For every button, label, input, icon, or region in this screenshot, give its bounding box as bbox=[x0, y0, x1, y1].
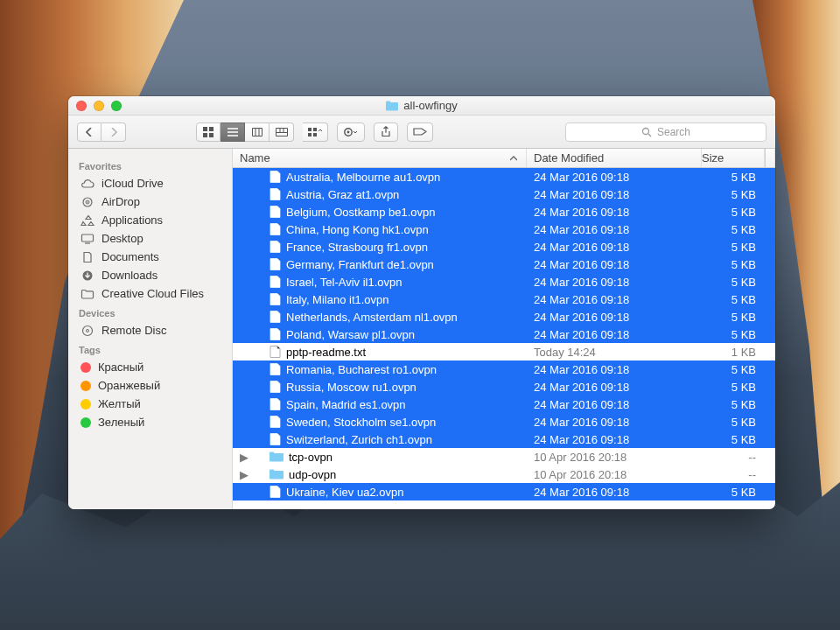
disclosure-triangle[interactable]: ▶ bbox=[240, 468, 248, 481]
arrange-button[interactable] bbox=[303, 122, 328, 142]
gear-icon bbox=[343, 127, 359, 137]
file-row[interactable]: Italy, Milano it1.ovpn 24 Mar 2016 09:18… bbox=[233, 290, 775, 308]
close-button[interactable] bbox=[76, 101, 87, 111]
file-date: 24 Mar 2016 09:18 bbox=[527, 223, 702, 236]
file-row[interactable]: Israel, Tel-Aviv il1.ovpn 24 Mar 2016 09… bbox=[233, 273, 775, 290]
folder-icon bbox=[270, 452, 284, 462]
sidebar-item-label: Remote Disc bbox=[102, 324, 166, 337]
share-button[interactable] bbox=[374, 122, 398, 142]
action-button[interactable] bbox=[337, 122, 365, 142]
file-date: 24 Mar 2016 09:18 bbox=[527, 188, 702, 201]
sidebar-item-label: Downloads bbox=[102, 269, 158, 282]
cloud-icon bbox=[80, 178, 94, 190]
file-name: Australia, Melbourne au1.ovpn bbox=[286, 171, 440, 184]
coverflow-view-button[interactable] bbox=[270, 122, 294, 142]
sidebar-heading: Tags bbox=[68, 340, 232, 358]
file-date: 24 Mar 2016 09:18 bbox=[527, 486, 702, 499]
icon-view-button[interactable] bbox=[196, 122, 220, 142]
ovpn-file-icon bbox=[270, 223, 281, 235]
disclosure-triangle[interactable]: ▶ bbox=[240, 451, 248, 464]
file-date: 24 Mar 2016 09:18 bbox=[527, 293, 702, 306]
ovpn-file-icon bbox=[270, 381, 281, 393]
column-size[interactable]: Size bbox=[702, 149, 765, 167]
zoom-button[interactable] bbox=[111, 101, 122, 111]
forward-button[interactable] bbox=[102, 122, 126, 142]
file-size: 5 KB bbox=[702, 381, 765, 394]
tag-color-dot bbox=[80, 417, 91, 428]
column-name[interactable]: Name bbox=[233, 149, 527, 167]
sidebar-item-creative-cloud-files[interactable]: Creative Cloud Files bbox=[68, 284, 232, 303]
search-field[interactable]: Search bbox=[565, 122, 766, 142]
file-row[interactable]: France, Strasbourg fr1.ovpn 24 Mar 2016 … bbox=[233, 238, 775, 256]
file-name: tcp-ovpn bbox=[289, 451, 332, 464]
back-button[interactable] bbox=[77, 122, 102, 142]
file-row[interactable]: Austria, Graz at1.ovpn 24 Mar 2016 09:18… bbox=[233, 186, 775, 203]
file-row[interactable]: Romania, Bucharest ro1.ovpn 24 Mar 2016 … bbox=[233, 360, 775, 378]
coverflow-icon bbox=[276, 128, 288, 136]
ovpn-file-icon bbox=[270, 363, 281, 375]
file-row[interactable]: Poland, Warsaw pl1.ovpn 24 Mar 2016 09:1… bbox=[233, 326, 775, 343]
tags-button[interactable] bbox=[407, 122, 433, 142]
folder-icon bbox=[386, 101, 398, 111]
list-view-button[interactable] bbox=[220, 122, 245, 142]
file-date: Today 14:24 bbox=[527, 346, 702, 359]
file-row[interactable]: pptp-readme.txt Today 14:24 1 KB bbox=[233, 343, 775, 360]
file-name: Israel, Tel-Aviv il1.ovpn bbox=[286, 276, 402, 289]
svg-point-1 bbox=[347, 130, 350, 133]
file-row[interactable]: Russia, Moscow ru1.ovpn 24 Mar 2016 09:1… bbox=[233, 378, 775, 396]
chevron-left-icon bbox=[86, 128, 93, 136]
sidebar-item-icloud-drive[interactable]: iCloud Drive bbox=[68, 174, 232, 192]
file-list-pane: Name Date Modified Size Australia, Melbo… bbox=[233, 149, 775, 509]
sidebar-item-downloads[interactable]: Downloads bbox=[68, 266, 232, 284]
file-row[interactable]: Switzerland, Zurich ch1.ovpn 24 Mar 2016… bbox=[233, 430, 775, 448]
file-date: 24 Mar 2016 09:18 bbox=[527, 328, 702, 341]
window-titlebar[interactable]: all-owfingy bbox=[68, 96, 775, 116]
sidebar-item-airdrop[interactable]: AirDrop bbox=[68, 192, 232, 211]
file-size: 5 KB bbox=[702, 258, 765, 271]
sidebar-item-красный[interactable]: Красный bbox=[68, 358, 232, 376]
svg-point-5 bbox=[87, 201, 88, 203]
sidebar-item-зеленый[interactable]: Зеленый bbox=[68, 413, 232, 431]
tag-color-dot bbox=[80, 381, 91, 391]
downloads-icon bbox=[80, 270, 94, 282]
file-date: 24 Mar 2016 09:18 bbox=[527, 276, 702, 289]
file-row[interactable]: Netherlands, Amsterdam nl1.ovpn 24 Mar 2… bbox=[233, 308, 775, 326]
file-date: 10 Apr 2016 20:18 bbox=[527, 451, 702, 464]
sidebar-item-desktop[interactable]: Desktop bbox=[68, 229, 232, 248]
file-row[interactable]: Spain, Madrid es1.ovpn 24 Mar 2016 09:18… bbox=[233, 396, 775, 413]
file-row[interactable]: Ukraine, Kiev ua2.ovpn 24 Mar 2016 09:18… bbox=[233, 483, 775, 500]
file-date: 10 Apr 2016 20:18 bbox=[527, 468, 702, 481]
file-list[interactable]: Australia, Melbourne au1.ovpn 24 Mar 201… bbox=[233, 168, 775, 509]
column-view-button[interactable] bbox=[245, 122, 270, 142]
file-size: 5 KB bbox=[702, 311, 765, 324]
file-size: 1 KB bbox=[702, 346, 765, 359]
file-date: 24 Mar 2016 09:18 bbox=[527, 381, 702, 394]
arrange-group bbox=[303, 122, 328, 142]
finder-window: all-owfingy Search FavoritesiCloud Drive… bbox=[68, 96, 775, 509]
svg-point-9 bbox=[87, 329, 89, 332]
file-row[interactable]: ▶ tcp-ovpn 10 Apr 2016 20:18 -- bbox=[233, 448, 775, 466]
sidebar-item-желтый[interactable]: Желтый bbox=[68, 395, 232, 413]
window-title: all-owfingy bbox=[386, 99, 457, 112]
file-name: Germany, Frankfurt de1.ovpn bbox=[286, 258, 434, 271]
minimize-button[interactable] bbox=[94, 101, 104, 111]
file-row[interactable]: China, Hong Kong hk1.ovpn 24 Mar 2016 09… bbox=[233, 220, 775, 238]
file-row[interactable]: ▶ udp-ovpn 10 Apr 2016 20:18 -- bbox=[233, 466, 775, 483]
file-row[interactable]: Belgium, Oostkamp be1.ovpn 24 Mar 2016 0… bbox=[233, 203, 775, 220]
sidebar-item-remote-disc[interactable]: Remote Disc bbox=[68, 321, 232, 340]
search-icon bbox=[641, 127, 652, 137]
column-date[interactable]: Date Modified bbox=[527, 149, 702, 167]
sidebar-heading: Favorites bbox=[68, 156, 232, 174]
file-size: 5 KB bbox=[702, 416, 765, 429]
file-row[interactable]: Sweden, Stockholm se1.ovpn 24 Mar 2016 0… bbox=[233, 413, 775, 430]
sidebar-item-applications[interactable]: Applications bbox=[68, 211, 232, 229]
ovpn-file-icon bbox=[270, 416, 281, 428]
file-size: -- bbox=[702, 468, 765, 481]
toolbar: Search bbox=[68, 116, 775, 149]
file-row[interactable]: Australia, Melbourne au1.ovpn 24 Mar 201… bbox=[233, 168, 775, 186]
sidebar-item-documents[interactable]: Documents bbox=[68, 248, 232, 266]
sidebar-item-оранжевый[interactable]: Оранжевый bbox=[68, 376, 232, 395]
file-row[interactable]: Germany, Frankfurt de1.ovpn 24 Mar 2016 … bbox=[233, 256, 775, 273]
file-size: 5 KB bbox=[702, 398, 765, 411]
file-size: 5 KB bbox=[702, 223, 765, 236]
